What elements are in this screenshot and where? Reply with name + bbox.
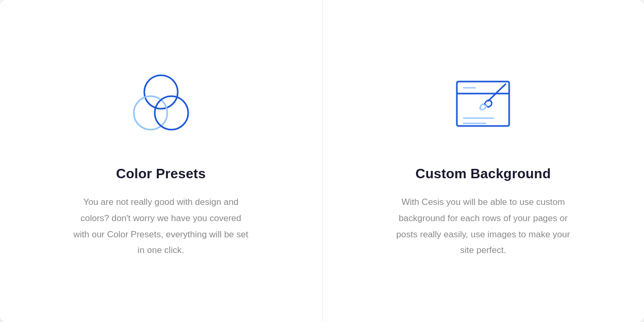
svg-line-8	[488, 84, 505, 101]
custom-background-description: With Cesis you will be able to use custo…	[394, 194, 572, 258]
color-presets-title: Color Presets	[116, 166, 206, 182]
svg-point-2	[155, 96, 188, 130]
color-presets-card: Color Presets You are not really good wi…	[0, 0, 323, 322]
custom-background-title: Custom Background	[416, 166, 551, 182]
custom-background-icon	[441, 63, 525, 147]
feature-cards-container: Color Presets You are not really good wi…	[0, 0, 644, 322]
custom-background-card: Custom Background With Cesis you will be…	[323, 0, 645, 322]
svg-point-1	[134, 96, 167, 130]
color-presets-description: You are not really good with design and …	[72, 194, 250, 258]
svg-point-0	[144, 75, 178, 109]
color-presets-icon	[119, 63, 203, 147]
